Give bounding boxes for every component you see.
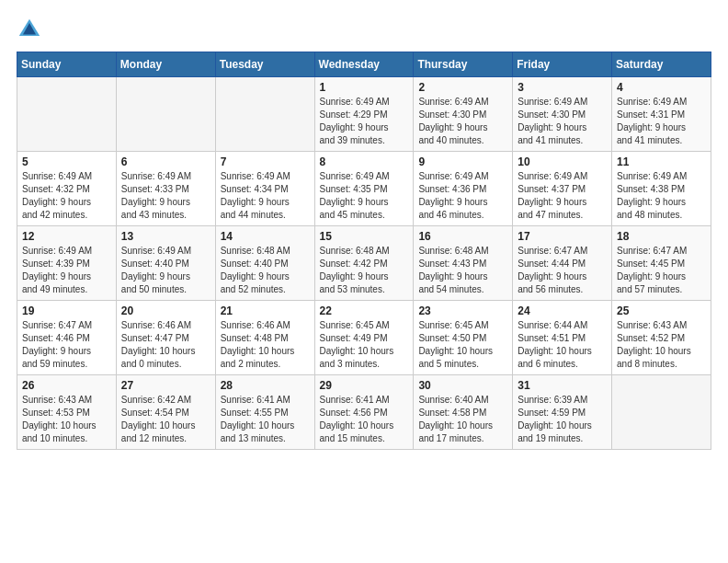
header <box>17 17 711 42</box>
day-detail: Sunrise: 6:49 AM Sunset: 4:39 PM Dayligh… <box>22 245 111 296</box>
day-number: 12 <box>22 230 111 243</box>
day-number: 29 <box>320 379 409 392</box>
calendar: SundayMondayTuesdayWednesdayThursdayFrid… <box>17 52 711 450</box>
day-cell: 30Sunrise: 6:40 AM Sunset: 4:58 PM Dayli… <box>414 375 513 450</box>
weekday-header-friday: Friday <box>513 52 612 77</box>
weekday-header-wednesday: Wednesday <box>314 52 414 77</box>
day-detail: Sunrise: 6:47 AM Sunset: 4:45 PM Dayligh… <box>617 245 706 296</box>
day-detail: Sunrise: 6:44 AM Sunset: 4:51 PM Dayligh… <box>518 319 607 371</box>
day-detail: Sunrise: 6:49 AM Sunset: 4:37 PM Dayligh… <box>518 170 607 222</box>
day-number: 2 <box>418 81 507 94</box>
day-detail: Sunrise: 6:49 AM Sunset: 4:35 PM Dayligh… <box>320 170 409 222</box>
day-number: 19 <box>22 304 111 317</box>
day-number: 8 <box>320 155 409 168</box>
day-detail: Sunrise: 6:48 AM Sunset: 4:40 PM Dayligh… <box>221 245 310 296</box>
day-number: 18 <box>617 230 706 243</box>
day-number: 27 <box>121 379 210 392</box>
page: SundayMondayTuesdayWednesdayThursdayFrid… <box>0 0 728 459</box>
day-cell: 22Sunrise: 6:45 AM Sunset: 4:49 PM Dayli… <box>314 301 414 375</box>
day-cell: 21Sunrise: 6:46 AM Sunset: 4:48 PM Dayli… <box>215 301 314 375</box>
day-cell: 29Sunrise: 6:41 AM Sunset: 4:56 PM Dayli… <box>314 375 414 450</box>
day-detail: Sunrise: 6:45 AM Sunset: 4:50 PM Dayligh… <box>418 319 507 371</box>
day-cell: 16Sunrise: 6:48 AM Sunset: 4:43 PM Dayli… <box>414 226 513 301</box>
day-cell: 20Sunrise: 6:46 AM Sunset: 4:47 PM Dayli… <box>116 301 215 375</box>
day-cell: 12Sunrise: 6:49 AM Sunset: 4:39 PM Dayli… <box>17 226 117 301</box>
day-detail: Sunrise: 6:49 AM Sunset: 4:32 PM Dayligh… <box>22 170 111 222</box>
day-cell: 15Sunrise: 6:48 AM Sunset: 4:42 PM Dayli… <box>314 226 414 301</box>
day-detail: Sunrise: 6:49 AM Sunset: 4:40 PM Dayligh… <box>121 245 210 296</box>
day-cell: 19Sunrise: 6:47 AM Sunset: 4:46 PM Dayli… <box>17 301 117 375</box>
week-row-3: 12Sunrise: 6:49 AM Sunset: 4:39 PM Dayli… <box>17 226 711 301</box>
day-detail: Sunrise: 6:49 AM Sunset: 4:30 PM Dayligh… <box>418 96 507 147</box>
day-cell: 18Sunrise: 6:47 AM Sunset: 4:45 PM Dayli… <box>612 226 711 301</box>
day-cell: 3Sunrise: 6:49 AM Sunset: 4:30 PM Daylig… <box>513 77 612 152</box>
day-cell: 9Sunrise: 6:49 AM Sunset: 4:36 PM Daylig… <box>414 152 513 226</box>
day-detail: Sunrise: 6:47 AM Sunset: 4:44 PM Dayligh… <box>518 245 607 296</box>
logo-icon <box>17 17 42 42</box>
day-number: 6 <box>121 155 210 168</box>
day-number: 16 <box>418 230 507 243</box>
day-detail: Sunrise: 6:48 AM Sunset: 4:43 PM Dayligh… <box>418 245 507 296</box>
day-cell: 10Sunrise: 6:49 AM Sunset: 4:37 PM Dayli… <box>513 152 612 226</box>
day-number: 4 <box>617 81 706 94</box>
day-cell: 26Sunrise: 6:43 AM Sunset: 4:53 PM Dayli… <box>17 375 117 450</box>
day-detail: Sunrise: 6:43 AM Sunset: 4:52 PM Dayligh… <box>617 319 706 371</box>
day-detail: Sunrise: 6:41 AM Sunset: 4:56 PM Dayligh… <box>320 394 409 445</box>
day-number: 13 <box>121 230 210 243</box>
day-number: 26 <box>22 379 111 392</box>
day-cell <box>116 77 215 152</box>
weekday-header-monday: Monday <box>116 52 215 77</box>
day-detail: Sunrise: 6:47 AM Sunset: 4:46 PM Dayligh… <box>22 319 111 371</box>
day-detail: Sunrise: 6:45 AM Sunset: 4:49 PM Dayligh… <box>320 319 409 371</box>
day-cell: 17Sunrise: 6:47 AM Sunset: 4:44 PM Dayli… <box>513 226 612 301</box>
day-number: 20 <box>121 304 210 317</box>
day-number: 28 <box>221 379 310 392</box>
day-number: 21 <box>221 304 310 317</box>
day-number: 22 <box>320 304 409 317</box>
day-cell: 14Sunrise: 6:48 AM Sunset: 4:40 PM Dayli… <box>215 226 314 301</box>
day-cell: 11Sunrise: 6:49 AM Sunset: 4:38 PM Dayli… <box>612 152 711 226</box>
day-number: 24 <box>518 304 607 317</box>
day-detail: Sunrise: 6:49 AM Sunset: 4:31 PM Dayligh… <box>617 96 706 147</box>
day-detail: Sunrise: 6:48 AM Sunset: 4:42 PM Dayligh… <box>320 245 409 296</box>
day-cell: 8Sunrise: 6:49 AM Sunset: 4:35 PM Daylig… <box>314 152 414 226</box>
week-row-1: 1Sunrise: 6:49 AM Sunset: 4:29 PM Daylig… <box>17 77 711 152</box>
week-row-5: 26Sunrise: 6:43 AM Sunset: 4:53 PM Dayli… <box>17 375 711 450</box>
weekday-header-saturday: Saturday <box>612 52 711 77</box>
day-number: 17 <box>518 230 607 243</box>
day-number: 9 <box>418 155 507 168</box>
day-detail: Sunrise: 6:39 AM Sunset: 4:59 PM Dayligh… <box>518 394 607 445</box>
day-detail: Sunrise: 6:42 AM Sunset: 4:54 PM Dayligh… <box>121 394 210 445</box>
day-cell: 24Sunrise: 6:44 AM Sunset: 4:51 PM Dayli… <box>513 301 612 375</box>
day-cell: 6Sunrise: 6:49 AM Sunset: 4:33 PM Daylig… <box>116 152 215 226</box>
week-row-2: 5Sunrise: 6:49 AM Sunset: 4:32 PM Daylig… <box>17 152 711 226</box>
day-detail: Sunrise: 6:49 AM Sunset: 4:34 PM Dayligh… <box>221 170 310 222</box>
logo <box>17 17 46 42</box>
day-detail: Sunrise: 6:40 AM Sunset: 4:58 PM Dayligh… <box>418 394 507 445</box>
weekday-header-tuesday: Tuesday <box>215 52 314 77</box>
day-detail: Sunrise: 6:46 AM Sunset: 4:48 PM Dayligh… <box>221 319 310 371</box>
day-cell: 13Sunrise: 6:49 AM Sunset: 4:40 PM Dayli… <box>116 226 215 301</box>
day-number: 5 <box>22 155 111 168</box>
weekday-header-thursday: Thursday <box>414 52 513 77</box>
day-number: 15 <box>320 230 409 243</box>
weekday-header-row: SundayMondayTuesdayWednesdayThursdayFrid… <box>17 52 711 77</box>
day-number: 25 <box>617 304 706 317</box>
day-cell: 5Sunrise: 6:49 AM Sunset: 4:32 PM Daylig… <box>17 152 117 226</box>
day-cell: 31Sunrise: 6:39 AM Sunset: 4:59 PM Dayli… <box>513 375 612 450</box>
week-row-4: 19Sunrise: 6:47 AM Sunset: 4:46 PM Dayli… <box>17 301 711 375</box>
day-detail: Sunrise: 6:43 AM Sunset: 4:53 PM Dayligh… <box>22 394 111 445</box>
day-cell: 23Sunrise: 6:45 AM Sunset: 4:50 PM Dayli… <box>414 301 513 375</box>
day-detail: Sunrise: 6:46 AM Sunset: 4:47 PM Dayligh… <box>121 319 210 371</box>
day-number: 10 <box>518 155 607 168</box>
day-cell <box>612 375 711 450</box>
day-number: 14 <box>221 230 310 243</box>
day-cell <box>215 77 314 152</box>
day-detail: Sunrise: 6:49 AM Sunset: 4:36 PM Dayligh… <box>418 170 507 222</box>
day-cell: 1Sunrise: 6:49 AM Sunset: 4:29 PM Daylig… <box>314 77 414 152</box>
day-cell: 27Sunrise: 6:42 AM Sunset: 4:54 PM Dayli… <box>116 375 215 450</box>
day-number: 23 <box>418 304 507 317</box>
day-detail: Sunrise: 6:49 AM Sunset: 4:33 PM Dayligh… <box>121 170 210 222</box>
day-cell: 4Sunrise: 6:49 AM Sunset: 4:31 PM Daylig… <box>612 77 711 152</box>
day-cell: 25Sunrise: 6:43 AM Sunset: 4:52 PM Dayli… <box>612 301 711 375</box>
